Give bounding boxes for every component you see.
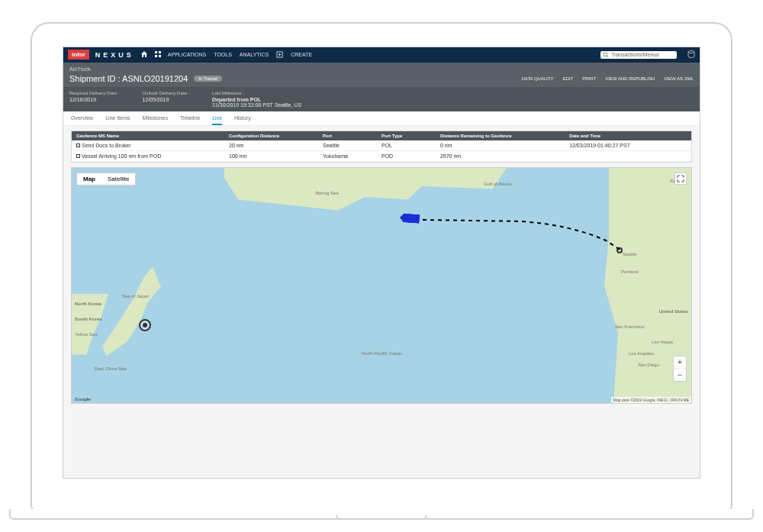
infor-logo[interactable]: infor xyxy=(68,50,89,60)
action-data-quality[interactable]: DATA QUALITY xyxy=(522,76,554,81)
svg-rect-3 xyxy=(159,55,161,57)
action-edit[interactable]: EDIT xyxy=(563,76,574,81)
top-navbar: infor NEXUS APPLICATIONS TOOLS ANALYTICS… xyxy=(63,47,700,63)
svg-rect-0 xyxy=(155,51,157,53)
fullscreen-button[interactable] xyxy=(674,172,687,185)
label-echina: East China Sea xyxy=(95,366,127,371)
cell: POL xyxy=(382,143,440,148)
required-delivery-label: Required Delivery Date : xyxy=(69,91,119,95)
nav-analytics[interactable]: ANALYTICS xyxy=(240,52,269,57)
land-japan xyxy=(102,267,186,366)
action-view-xml[interactable]: VIEW AS XML xyxy=(664,76,694,81)
cell: POD xyxy=(382,153,440,159)
origin-marker[interactable] xyxy=(139,319,151,331)
create-icon[interactable] xyxy=(276,51,283,59)
label-yellowsea: Yellow Sea xyxy=(75,332,97,337)
col-config-distance[interactable]: Configuration Distance xyxy=(229,134,323,138)
tab-live[interactable]: Live xyxy=(212,115,222,125)
laptop-notch xyxy=(336,515,427,520)
table-header: Geofence MS Name Configuration Distance … xyxy=(72,131,691,140)
tab-line-items[interactable]: Line Items xyxy=(105,115,130,125)
details-bar: Required Delivery Date : 12/16/2019 Outl… xyxy=(63,87,700,111)
map-credits: Map data ©2019 Google, INEGI, ORION-ME xyxy=(611,397,691,403)
svg-rect-2 xyxy=(155,55,157,57)
required-delivery: Required Delivery Date : 12/16/2019 xyxy=(69,91,119,108)
required-delivery-value: 12/16/2019 xyxy=(69,97,119,102)
table-row[interactable]: Vessel Arriving 100 nm from POD 100 nm Y… xyxy=(72,151,691,162)
route-path xyxy=(377,206,652,282)
apps-icon[interactable] xyxy=(154,50,162,60)
label-sf: San Francisco xyxy=(615,324,644,329)
label-la: Los Angeles xyxy=(629,351,654,356)
action-print[interactable]: PRINT xyxy=(582,76,596,81)
svg-point-5 xyxy=(604,52,607,56)
nav-items: APPLICATIONS TOOLS ANALYTICS CREATE xyxy=(168,51,312,59)
col-date-time[interactable]: Date and Time xyxy=(569,134,687,138)
tab-history[interactable]: History xyxy=(234,115,251,125)
label-sd: San Diego xyxy=(638,363,659,367)
tab-milestones[interactable]: Milestones xyxy=(142,115,167,125)
label-alaska-gulf: Gulf of Alaska xyxy=(484,182,512,186)
col-port[interactable]: Port xyxy=(323,134,382,138)
label-npacific: North Pacific Ocean xyxy=(362,351,402,356)
nexus-brand: NEXUS xyxy=(95,51,134,59)
nav-applications[interactable]: APPLICATIONS xyxy=(168,52,206,57)
last-milestone: Last Milestone : Departed from POL 11/30… xyxy=(212,91,301,108)
outlook-delivery: Outlook Delivery Date : 12/05/2019 xyxy=(142,91,189,108)
outlook-delivery-label: Outlook Delivery Date : xyxy=(142,91,189,95)
home-icon[interactable] xyxy=(140,50,148,60)
map[interactable]: Map Satellite + − Bering Sea Gulf of Ala… xyxy=(71,167,692,404)
zoom-in-button[interactable]: + xyxy=(674,356,686,369)
label-japansea: Sea of Japan xyxy=(122,294,149,298)
cell xyxy=(569,153,687,159)
cell: 12/03/2019 01:40:27 PST xyxy=(569,143,687,148)
last-milestone-title: Departed from POL xyxy=(212,97,261,102)
label-us: United States xyxy=(659,309,688,314)
cell: Yokohama xyxy=(323,153,382,159)
svg-point-6 xyxy=(688,50,694,53)
laptop-frame: infor NEXUS APPLICATIONS TOOLS ANALYTICS… xyxy=(31,22,732,511)
cell: 0 nm xyxy=(440,143,569,148)
outlook-delivery-value: 12/05/2019 xyxy=(142,97,189,102)
zoom-out-button[interactable]: − xyxy=(674,369,686,381)
app-screen: infor NEXUS APPLICATIONS TOOLS ANALYTICS… xyxy=(63,47,700,479)
map-type-map[interactable]: Map xyxy=(77,173,101,185)
svg-rect-1 xyxy=(159,51,161,53)
cell: Vessel Arriving 100 nm from POD xyxy=(76,153,229,159)
search-input[interactable]: Transactions/Menus xyxy=(600,51,677,59)
cell: 2970 nm xyxy=(440,153,569,159)
label-bering: Bering Sea xyxy=(316,191,339,195)
tab-overview[interactable]: Overview xyxy=(71,115,93,125)
label-lv: Las Vegas xyxy=(652,340,673,344)
cell: Send Docs to Broker xyxy=(76,143,229,148)
shipment-id: Shipment ID : ASNLO20191204 xyxy=(69,74,188,83)
cell: 100 nm xyxy=(229,153,323,159)
geofence-table: Geofence MS Name Configuration Distance … xyxy=(71,131,692,163)
tab-timeline[interactable]: Timeline xyxy=(180,115,200,125)
nav-tools[interactable]: TOOLS xyxy=(214,52,232,57)
cell: Seattle xyxy=(323,143,382,148)
map-type-satellite[interactable]: Satellite xyxy=(101,173,135,185)
tabs: Overview Line Items Milestones Timeline … xyxy=(63,111,700,126)
last-milestone-time: 11/30/2019 19:32:08 PST Seattle, US xyxy=(212,102,301,108)
label-nkorea: North Korea xyxy=(75,301,101,306)
google-logo: Google xyxy=(75,397,91,401)
shipment-header: Air/Truck Shipment ID : ASNLO20191204 In… xyxy=(63,63,700,87)
map-type-toggle: Map Satellite xyxy=(76,172,136,185)
database-icon[interactable] xyxy=(687,50,695,60)
col-geofence-name[interactable]: Geofence MS Name xyxy=(76,134,229,138)
label-skorea: South Korea xyxy=(75,317,102,321)
breadcrumb[interactable]: Air/Truck xyxy=(69,66,694,72)
table-row[interactable]: Send Docs to Broker 20 nm Seattle POL 0 … xyxy=(72,140,691,151)
status-badge: In Transit xyxy=(194,76,222,82)
last-milestone-label: Last Milestone : xyxy=(212,91,301,95)
col-distance-remaining[interactable]: Distance Remaining to Geofence xyxy=(440,134,569,138)
zoom-controls: + − xyxy=(673,356,687,382)
fullscreen-icon xyxy=(677,175,684,182)
search-icon xyxy=(603,52,609,58)
header-actions: DATA QUALITY EDIT PRINT VIEW AND REPUBLI… xyxy=(522,76,694,81)
col-port-type[interactable]: Port Type xyxy=(382,134,440,138)
action-view-republish[interactable]: VIEW AND REPUBLISH xyxy=(605,76,655,81)
nav-create[interactable]: CREATE xyxy=(291,52,312,57)
cell: 20 nm xyxy=(229,143,323,148)
